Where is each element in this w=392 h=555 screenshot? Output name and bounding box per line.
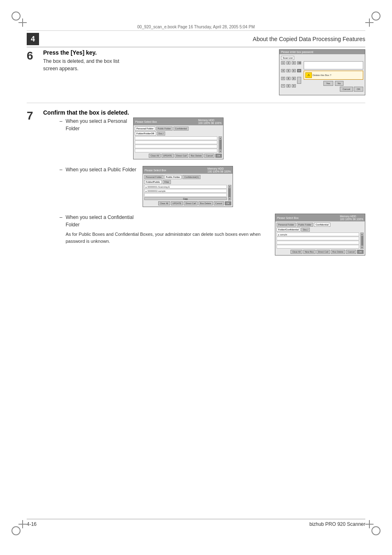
personal-ok-btn[interactable]: OK: [215, 154, 222, 158]
key-5[interactable]: 5: [286, 69, 291, 72]
dialog-ok-btn[interactable]: OK: [354, 87, 363, 92]
personal-delete-btn[interactable]: Box Delete: [189, 154, 203, 158]
key-0[interactable]: 0: [286, 84, 291, 88]
conf-ok-btn[interactable]: OK: [357, 250, 364, 254]
scroll-down-arrow[interactable]: ▼: [219, 150, 221, 152]
public-item-3[interactable]: [144, 193, 227, 197]
conf-item-4[interactable]: [277, 245, 359, 249]
conf-body: Personal Folder Public Folder Confidenti…: [275, 221, 365, 255]
personal-tab3[interactable]: Confidential: [173, 127, 189, 131]
conf-direct-btn[interactable]: Direct Call: [316, 250, 330, 254]
personal-item-2[interactable]: [135, 140, 217, 144]
personal-item-4[interactable]: [135, 149, 217, 152]
key-9[interactable]: 9: [292, 77, 296, 80]
step-6-text: Press the [Yes] key. The box is deleted,…: [43, 49, 271, 72]
public-filter-tab[interactable]: Filter: [163, 180, 171, 184]
personal-item-1[interactable]: [135, 136, 217, 140]
step-6-layout: Press the [Yes] key. The box is deleted,…: [43, 49, 365, 95]
key-2[interactable]: 2: [286, 61, 291, 64]
substep-public-dash: –: [60, 166, 62, 173]
dialog-scan-tab[interactable]: Scan List: [281, 56, 294, 60]
conf-title: Please Select Box: [277, 216, 299, 219]
personal-cancel-btn[interactable]: Cancel: [204, 154, 214, 158]
public-screen-container: Please Select Box Memory HDD100 100% 98 …: [143, 166, 233, 207]
public-tab3[interactable]: Confidential(1): [182, 175, 201, 179]
substep-conf-desc: As for Public Boxes and Confidential Box…: [66, 231, 269, 244]
key-del[interactable]: ⌫: [297, 61, 301, 64]
dialog-no-btn[interactable]: No: [335, 81, 344, 86]
key-8[interactable]: 8: [286, 77, 291, 80]
conf-cancel-btn[interactable]: Cancel: [346, 250, 356, 254]
key-7[interactable]: 7: [281, 77, 285, 80]
book-info-bar: 00_920_scan_e.book Page 16 Thursday, Apr…: [27, 25, 365, 31]
conf-scrollbar[interactable]: ▲ ▼: [360, 233, 364, 249]
key-6[interactable]: 6: [292, 69, 296, 72]
public-copy-btn[interactable]: Copy: [144, 197, 227, 200]
key-star[interactable]: *: [281, 84, 285, 88]
public-item-2[interactable]: ● 00000002-sample: [144, 189, 227, 193]
public-clear-btn[interactable]: Clear All: [158, 201, 170, 205]
key-1[interactable]: 1: [281, 61, 285, 64]
personal-tab1[interactable]: Personal Folder: [135, 127, 155, 131]
public-title-bar: Please Select Box Memory HDD100 100% 98 …: [143, 166, 233, 174]
key-4[interactable]: 4: [281, 69, 285, 72]
personal-update-btn[interactable]: UPDATE: [161, 154, 174, 158]
public-scrollbar[interactable]: ▲ ▼: [228, 185, 231, 200]
scroll-up-arrow3[interactable]: ▲: [361, 233, 363, 235]
conf-item1-bullet: ●: [278, 233, 279, 236]
public-folder-tab[interactable]: Folder/Public: [144, 180, 162, 184]
password-field[interactable]: [304, 61, 363, 69]
public-update-btn[interactable]: UPDATE: [171, 201, 183, 205]
public-ok-btn[interactable]: OK: [225, 201, 231, 205]
personal-scrollbar[interactable]: ▲ ▼: [219, 136, 222, 153]
warning-icon: ⚠: [305, 72, 312, 78]
conf-doc-tab[interactable]: Doc./: [301, 228, 310, 232]
header-bar: 4 About the Copied Data Processing Featu…: [27, 33, 365, 47]
personal-direct-btn[interactable]: Direct Call: [175, 154, 188, 158]
scroll-up-arrow2[interactable]: ▲: [228, 185, 231, 188]
personal-list-area: ▲ ▼: [135, 136, 222, 153]
personal-list: [135, 136, 217, 153]
dialog-cancel-btn[interactable]: Cancel: [340, 87, 353, 92]
scroll-up-arrow[interactable]: ▲: [219, 137, 221, 139]
conf-tab2[interactable]: Public Folder: [297, 223, 313, 227]
step-6-screen: Please enter box password Scan List 1: [279, 49, 365, 95]
public-cancel-btn[interactable]: Cancel: [214, 201, 224, 205]
dialog-yes-btn[interactable]: Yes: [323, 81, 333, 86]
personal-clear-btn[interactable]: Clear All: [149, 154, 160, 158]
conf-tab1[interactable]: Personal Folder: [277, 223, 296, 227]
conf-newbox-btn[interactable]: New Box: [303, 250, 316, 254]
conf-clear-btn[interactable]: Clear All: [291, 250, 302, 254]
conf-delete-btn[interactable]: Box Delete: [331, 250, 345, 254]
conf-item-1[interactable]: ● sample: [277, 233, 359, 236]
dialog-tab-row: Scan List: [281, 56, 363, 60]
substeps-area: – When you select a PersonalFolder Pleas…: [60, 117, 365, 256]
substep-conf-dash: –: [60, 214, 62, 220]
public-direct-btn[interactable]: Direct Call: [184, 201, 197, 205]
public-delete-btn[interactable]: Box Delete: [198, 201, 213, 205]
personal-tab2[interactable]: Public Folder: [156, 127, 173, 131]
personal-item-3[interactable]: [135, 145, 217, 148]
key-3[interactable]: 3: [292, 61, 296, 64]
conf-tab3[interactable]: Confidential: [314, 223, 330, 227]
public-tab2[interactable]: Public Folder: [164, 175, 182, 179]
key-hash[interactable]: #: [292, 84, 296, 88]
dialog-title-bar: Please enter box password: [279, 50, 365, 54]
scroll-down-arrow2[interactable]: ▼: [228, 198, 231, 200]
dialog-right-area: ⚠ Delete this Box ? Yes No C: [304, 61, 363, 92]
public-tab1[interactable]: Personal Folder: [144, 175, 164, 179]
personal-btn-row: Clear All UPDATE Direct Call Box Delete …: [135, 154, 222, 158]
conf-folder-row: Folder/Confidential Doc./: [277, 228, 364, 232]
key-enter[interactable]: ↵: [297, 69, 301, 72]
conf-item-2[interactable]: [277, 237, 359, 240]
conf-folder-tab[interactable]: Folder/Confidential: [277, 228, 300, 232]
dialog-body: Scan List 1 2 3 ⌫ 4: [279, 54, 365, 95]
personal-doc-tab[interactable]: Doc./: [157, 131, 166, 136]
dialog-btn-row: Yes No: [304, 81, 363, 86]
content-area: 6 Press the [Yes] key. The box is delete…: [27, 49, 365, 514]
personal-folder-tab[interactable]: Folder/FolderOR: [135, 131, 156, 136]
public-item-1[interactable]: ● 00000001-Scanning E: [144, 185, 227, 189]
scroll-down-arrow3[interactable]: ▼: [361, 246, 363, 249]
conf-item-3[interactable]: [277, 241, 359, 244]
keypad-grid: 1 2 3 ⌫ 4 5 6 ↵ 7 8: [281, 61, 302, 92]
